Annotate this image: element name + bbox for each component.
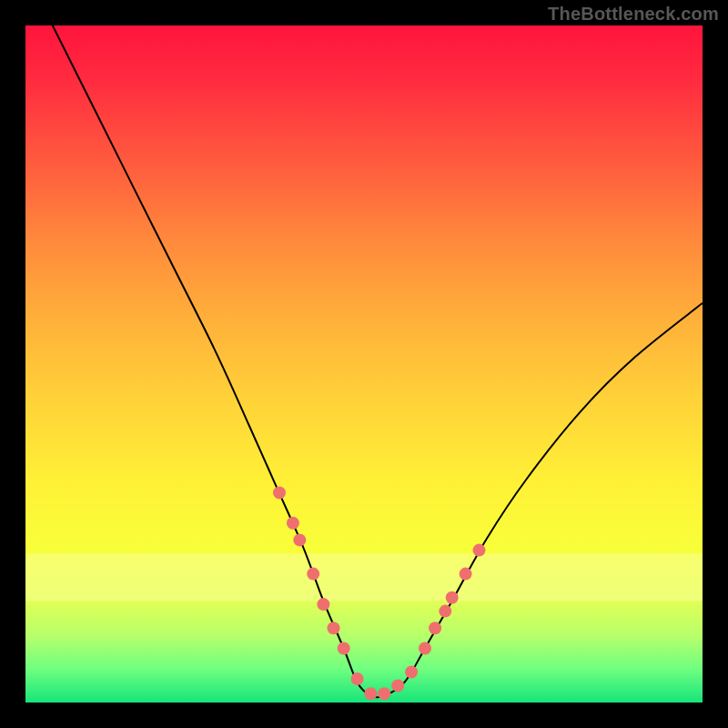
watermark-text: TheBottleneck.com: [548, 4, 719, 25]
curve-marker: [460, 568, 472, 581]
curve-marker: [273, 486, 286, 499]
curve-marker: [429, 622, 441, 634]
curve-marker: [328, 622, 340, 634]
curve-marker: [307, 568, 319, 581]
curve-marker: [473, 544, 486, 557]
curve-marker: [317, 598, 329, 611]
curve-marker: [419, 642, 431, 655]
svg-rect-0: [25, 553, 703, 601]
curve-marker: [338, 642, 350, 655]
highlight-band: [25, 553, 703, 601]
curve-marker: [378, 687, 390, 700]
curve-marker: [446, 592, 459, 604]
chart-gradient-panel: [25, 25, 703, 703]
curve-marker: [405, 666, 418, 679]
curve-marker: [439, 605, 451, 618]
curve-marker: [293, 533, 306, 546]
curve-marker: [391, 679, 404, 692]
curve-marker: [287, 517, 299, 530]
chart-svg: [25, 25, 703, 703]
curve-marker: [364, 687, 377, 700]
curve-marker: [351, 672, 364, 685]
